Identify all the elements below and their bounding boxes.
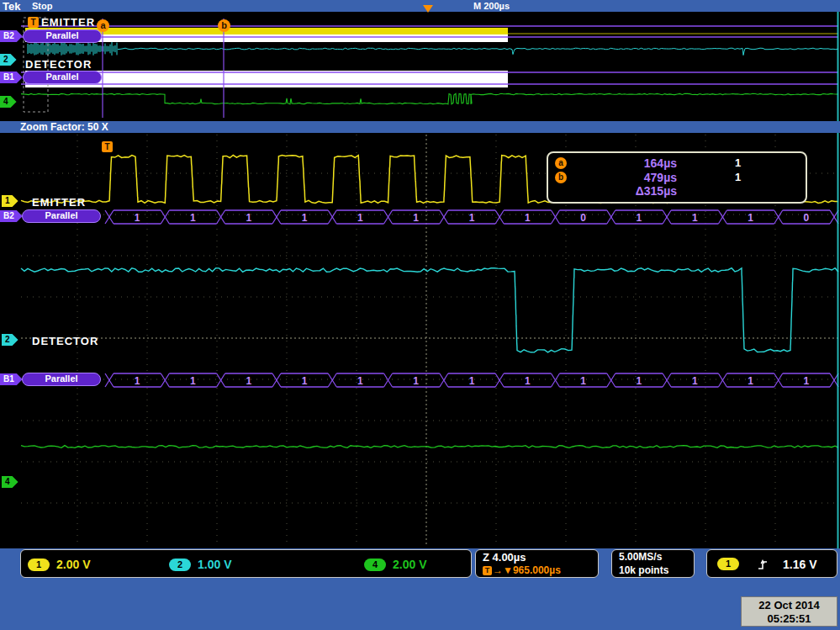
zoom-emitter-label: EMITTER [32, 196, 86, 209]
rising-edge-slope-icon [756, 558, 769, 571]
trigger-source-icon: T [28, 17, 39, 28]
top-status-bar: Tek Stop M 200µs [0, 0, 840, 12]
svg-text:1: 1 [692, 375, 698, 387]
overview-waveforms [0, 12, 840, 121]
trigger-info-box: 1 1.16 V [706, 549, 837, 578]
svg-text:1: 1 [135, 375, 140, 387]
cursor-readout-box: a 164µs 1 b 479µs 1 Δ315µs [547, 151, 807, 204]
acquisition-info-box: 5.00MS/s 10k points [611, 549, 695, 578]
cursor-a-time: 164µs [580, 156, 677, 170]
cursor-a-row: a 164µs 1 [555, 156, 799, 170]
svg-text:1: 1 [804, 375, 810, 387]
svg-text:1: 1 [692, 212, 698, 224]
svg-text:1: 1 [413, 375, 419, 387]
svg-text:1: 1 [190, 375, 196, 387]
ch4-scale: 2.00 V [393, 558, 426, 571]
trigger-time-icon: T [483, 566, 492, 575]
svg-text:1: 1 [302, 212, 308, 224]
svg-text:0: 0 [580, 212, 586, 224]
tek-logo: Tek [3, 0, 20, 13]
cursor-b-logic-value: 1 [677, 171, 799, 183]
svg-text:1: 1 [135, 212, 140, 224]
ch1-badge[interactable]: 1 [28, 559, 50, 571]
svg-text:1: 1 [525, 212, 531, 224]
cursor-a-icon[interactable]: a [555, 157, 567, 169]
trigger-arrow-icon: →▼ [493, 564, 513, 576]
overview-bus-b2-parallel-badge[interactable]: Parallel [23, 29, 102, 43]
ch2-badge[interactable]: 2 [169, 559, 191, 571]
cursor-a-marker[interactable]: a [97, 19, 109, 32]
overview-detector-label: DETECTOR [25, 58, 92, 71]
svg-text:1: 1 [190, 212, 196, 224]
bottom-status-area: 1 2.00 V 2 1.00 V 4 2.00 V Z 4.00µs T →▼… [0, 548, 840, 630]
main-timebase-readout: M 200µs [473, 1, 510, 11]
ch1-scale: 2.00 V [56, 558, 90, 571]
cursor-a-logic-value: 1 [677, 156, 799, 169]
zoom-factor-label: Zoom Factor: 50 X [20, 121, 108, 133]
zoom-factor-bar: Zoom Factor: 50 X [0, 121, 840, 133]
svg-text:1: 1 [525, 375, 531, 387]
zoom-bus-b1-parallel-badge[interactable]: Parallel [22, 373, 101, 386]
trigger-position-marker-icon[interactable] [423, 5, 433, 13]
cursor-b-icon[interactable]: b [555, 172, 567, 183]
svg-text:1: 1 [469, 375, 475, 387]
svg-text:1: 1 [357, 212, 363, 224]
trigger-delay-value: 965.000µs [513, 564, 561, 576]
trigger-level-readout: 1.16 V [783, 558, 816, 571]
ch4-badge[interactable]: 4 [364, 559, 386, 571]
svg-text:1: 1 [302, 375, 308, 387]
ch1-scale-group[interactable]: 1 2.00 V [28, 558, 90, 571]
cursor-delta-readout: Δ315µs [580, 184, 677, 198]
record-overview-panel: T EMITTER B2 Parallel 2 DETECTOR B1 Para… [0, 12, 840, 121]
ch2-scale-group[interactable]: 2 1.00 V [169, 558, 231, 571]
time-readout: 05:25:51 [742, 612, 837, 626]
detector-trace [21, 268, 838, 352]
zoom-timebase-box: Z 4.00µs T →▼ 965.000µs [475, 549, 599, 578]
trigger-point-icon[interactable]: T [102, 141, 113, 152]
cursor-b-row: b 479µs 1 [555, 170, 799, 184]
cursor-b-time: 479µs [580, 171, 677, 184]
trigger-source-channel-badge[interactable]: 1 [717, 558, 739, 570]
acquisition-status: Stop [32, 1, 52, 11]
zoom-detector-label: DETECTOR [32, 335, 98, 347]
ch2-scale: 1.00 V [198, 558, 231, 571]
svg-text:1: 1 [580, 375, 586, 387]
svg-text:0: 0 [804, 212, 810, 224]
zoom-bus-b2-parallel-badge[interactable]: Parallel [22, 209, 101, 223]
overview-bus-b1-parallel-badge[interactable]: Parallel [23, 71, 102, 84]
date-readout: 22 Oct 2014 [742, 599, 837, 612]
svg-text:1: 1 [413, 212, 419, 224]
channel-scale-box: 1 2.00 V 2 1.00 V 4 2.00 V [20, 549, 472, 578]
sample-rate-readout: 5.00MS/s [619, 551, 662, 563]
trigger-delay-readout: T →▼ 965.000µs [483, 564, 561, 576]
svg-text:1: 1 [748, 212, 753, 224]
svg-text:1: 1 [637, 212, 642, 224]
svg-text:1: 1 [246, 212, 251, 224]
zoom-waveform-panel: 11111111011101111111111111 T 1 EMITTER B… [0, 133, 840, 548]
svg-text:1: 1 [748, 375, 753, 387]
svg-text:1: 1 [246, 375, 251, 387]
zoom-timebase-readout: Z 4.00µs [483, 551, 526, 564]
overview-emitter-label: EMITTER [41, 16, 95, 29]
svg-text:1: 1 [357, 375, 363, 387]
svg-text:1: 1 [637, 375, 642, 387]
cursor-b-marker[interactable]: b [218, 19, 230, 32]
datetime-box: 22 Oct 2014 05:25:51 [741, 596, 837, 627]
svg-text:1: 1 [469, 212, 475, 224]
record-length-readout: 10k points [619, 564, 668, 576]
ch4-scale-group[interactable]: 4 2.00 V [364, 558, 426, 571]
ch4-trace [21, 446, 838, 448]
